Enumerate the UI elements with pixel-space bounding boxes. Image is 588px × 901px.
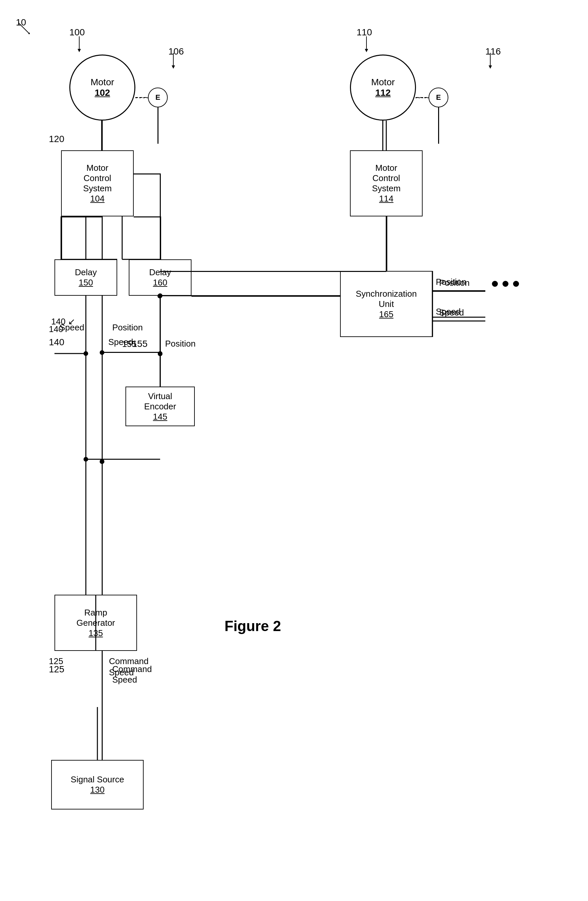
- delay-160-num: 160: [153, 277, 167, 288]
- encoder-right: E: [429, 87, 448, 108]
- svg-marker-9: [488, 65, 492, 69]
- rg-line2: Generator: [76, 618, 115, 628]
- ss-num: 130: [90, 785, 104, 795]
- sync-position-line: [432, 291, 485, 292]
- motor-112-num: 112: [375, 87, 391, 98]
- dot-position: [158, 352, 162, 356]
- ellipsis: [492, 281, 519, 287]
- mcs114-sync-v2: [386, 217, 387, 271]
- dashed-left: [135, 97, 149, 98]
- delay160-sync-h-top: [160, 271, 341, 272]
- ref-110-arrow: [361, 36, 372, 53]
- mcs104-left-h: [61, 217, 102, 217]
- mcs-104-num: 104: [90, 193, 104, 204]
- svg-marker-3: [78, 49, 81, 52]
- position-right-label: Position: [436, 277, 467, 287]
- main-v-down: [102, 412, 103, 560]
- ramp-generator: Ramp Generator 135: [54, 595, 137, 651]
- command-speed-1: Command: [112, 664, 152, 674]
- ellipsis-dot-3: [513, 281, 519, 287]
- ref-116-arrow: [485, 53, 495, 69]
- svg-marker-7: [172, 65, 175, 69]
- motor102-v: [102, 122, 103, 150]
- mcs-114-line3: System: [372, 183, 401, 193]
- mcs-104-line1: Motor: [87, 163, 108, 173]
- ref-125: 125: [49, 664, 64, 675]
- ellipsis-dot-1: [492, 281, 498, 287]
- mcs104-right-h2: [134, 217, 161, 217]
- speed-right-label: Speed: [436, 307, 460, 317]
- sync-line2: Unit: [379, 299, 394, 309]
- sync-num: 165: [379, 309, 393, 320]
- sync-speed-line: [432, 321, 485, 321]
- motor-102-label: Motor: [90, 77, 114, 87]
- mcs-104-line2: Control: [84, 173, 111, 183]
- delay-150-label: Delay: [75, 267, 97, 277]
- mcs-114-line2: Control: [372, 173, 400, 183]
- motor-112-label: Motor: [371, 77, 395, 87]
- ref-120: 120: [49, 134, 64, 144]
- mcs-104: Motor Control System 104: [61, 150, 134, 217]
- svg-line-0: [18, 22, 30, 34]
- ref-155: 155: [132, 339, 148, 349]
- speed-left-label: Speed: [108, 337, 133, 347]
- delay150-top-v: [61, 217, 62, 260]
- diagram-container: 10 100 110 106 116 Motor 102 Motor 112 E: [0, 0, 588, 901]
- figure-2-label: Figure 2: [224, 618, 281, 634]
- signal-source: Signal Source 130: [51, 760, 144, 809]
- mcs-104-line3: System: [83, 183, 112, 193]
- rg-num: 135: [89, 628, 103, 638]
- ref-106-arrow: [168, 53, 178, 69]
- ve-num: 145: [153, 412, 167, 422]
- dot-delay160-top: [157, 294, 162, 298]
- ss-to-rg-v: [102, 707, 103, 761]
- ref-100-arrow: [74, 36, 84, 53]
- mcs104-to-delay150-v: [102, 217, 103, 259]
- motor112-to-mcs114: [382, 121, 383, 150]
- sync-line1: Synchronization: [356, 289, 417, 299]
- encoder-left-down: [157, 108, 159, 144]
- motor-102: Motor 102: [69, 55, 135, 121]
- delay160-top-v: [160, 217, 161, 260]
- ss-line1: Signal Source: [71, 775, 124, 785]
- dashed-right: [415, 97, 429, 98]
- ref-10-arrow: [18, 22, 31, 36]
- dot-speed: [100, 350, 104, 355]
- position-label: Position: [165, 339, 196, 349]
- virtual-encoder: Virtual Encoder 145: [126, 387, 195, 426]
- speed-to-ve-h: [104, 352, 161, 353]
- delay-160-label: Delay: [149, 267, 171, 277]
- mcs-114: Motor Control System 114: [350, 150, 423, 217]
- motor-112: Motor 112: [350, 55, 416, 121]
- motor-102-num: 102: [95, 87, 110, 98]
- delay-150: Delay 150: [54, 259, 117, 296]
- encoder-right-down: [438, 108, 439, 144]
- mcs-114-num: 114: [379, 193, 393, 204]
- rg-line1: Ramp: [84, 608, 107, 618]
- sync-top-h: [340, 271, 386, 272]
- encoder-left: E: [148, 87, 168, 108]
- mcs104-right-h: [134, 173, 160, 175]
- h-to-sync: [191, 296, 341, 297]
- mcs-114-line1: Motor: [375, 163, 397, 173]
- v-above-rg: [102, 560, 103, 595]
- delay-150-num: 150: [79, 277, 93, 288]
- delay-160: Delay 160: [129, 259, 191, 296]
- rg-to-ss: [102, 651, 103, 707]
- sync-unit: Synchronization Unit 165: [340, 271, 432, 337]
- v-to-ve: [160, 354, 161, 387]
- ve-line2: Encoder: [144, 401, 176, 412]
- ref-140: 140: [49, 337, 64, 348]
- ellipsis-dot-2: [502, 281, 509, 287]
- dot-ramp: [100, 459, 104, 464]
- svg-marker-5: [365, 49, 368, 52]
- command-speed-2: Speed: [112, 675, 137, 685]
- ve-line1: Virtual: [148, 391, 172, 401]
